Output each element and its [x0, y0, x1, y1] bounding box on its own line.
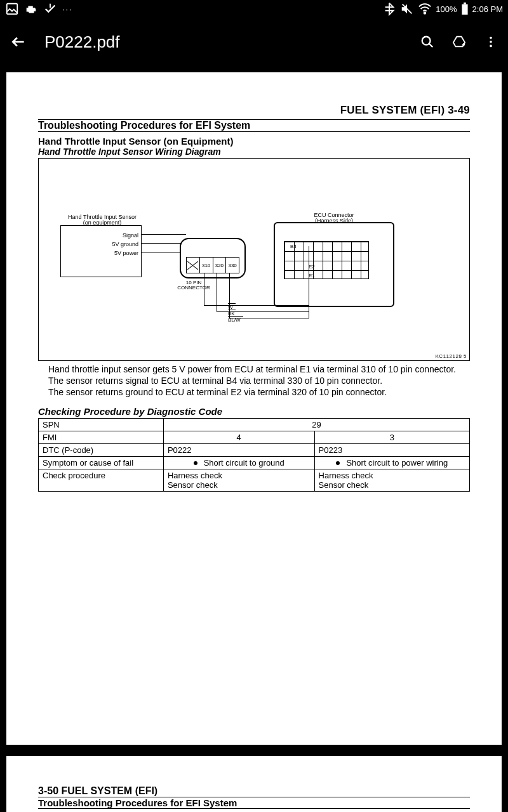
svg-rect-3 — [462, 4, 467, 15]
mute-icon — [400, 2, 414, 16]
check-procedure-title: Checking Procedure by Diagnostic Code — [38, 406, 470, 417]
check-icon — [43, 2, 57, 16]
table-row: SPN 29 — [39, 418, 470, 431]
app-title: P0222.pdf — [44, 32, 120, 52]
svg-point-6 — [490, 37, 492, 39]
svg-point-2 — [424, 12, 426, 14]
svg-rect-4 — [464, 3, 466, 4]
search-icon[interactable] — [420, 35, 434, 49]
drive-add-icon[interactable] — [452, 35, 466, 49]
wiring-diagram: Hand Throttle Input Sensor (on equipment… — [38, 158, 470, 361]
subtitle: Hand Throttle Input Sensor (on Equipment… — [38, 136, 470, 147]
bluetooth-icon — [382, 2, 396, 16]
section-title: Troubleshooting Procedures for EFI Syste… — [38, 120, 470, 131]
sensor-box: Signal 5V ground 5V power — [60, 225, 142, 277]
svg-point-8 — [490, 45, 492, 48]
table-row: Check procedure Harness check Sensor che… — [39, 469, 470, 491]
more-dots: ··· — [62, 4, 73, 14]
wifi-icon — [418, 2, 432, 16]
status-bar: ··· 100% 2:06 PM — [0, 0, 508, 18]
table-row: DTC (P-code) P0222 P0223 — [39, 443, 470, 456]
clock-text: 2:06 PM — [472, 4, 503, 14]
ecu-grid — [284, 241, 369, 279]
page2-header: 3-50 FUEL SYSTEM (EFI) — [38, 785, 470, 797]
pdf-viewport[interactable]: FUEL SYSTEM (EFI) 3-49 Troubleshooting P… — [0, 66, 508, 812]
page-header: FUEL SYSTEM (EFI) 3-49 — [38, 104, 470, 117]
svg-point-7 — [490, 41, 492, 43]
table-row: FMI 4 3 — [39, 431, 470, 443]
more-vert-icon[interactable] — [484, 35, 498, 49]
svg-rect-0 — [7, 4, 18, 15]
pdf-page-1: FUEL SYSTEM (EFI) 3-49 Troubleshooting P… — [6, 72, 502, 745]
battery-text: 100% — [436, 4, 457, 14]
battery-icon — [461, 2, 469, 16]
subtitle-diagram: Hand Throttle Input Sensor Wiring Diagra… — [38, 147, 470, 157]
table-row: Symptom or cause of fail Short circuit t… — [39, 456, 470, 469]
diagnostic-table: SPN 29 FMI 4 3 DTC (P-code) P0222 P0223 … — [38, 418, 470, 492]
page2-section: Troubleshooting Procedures for EFI Syste… — [38, 797, 470, 808]
pdf-page-2: 3-50 FUEL SYSTEM (EFI) Troubleshooting P… — [6, 756, 502, 812]
back-icon[interactable] — [10, 34, 27, 50]
diagram-ref: KC112128 5 — [436, 353, 467, 359]
image-icon — [5, 2, 19, 16]
engine-icon — [24, 2, 38, 16]
conn10-label: 10 PIN CONNECTOR — [176, 280, 211, 291]
app-bar: P0222.pdf — [0, 18, 508, 66]
description: Hand throttle input sensor gets 5 V powe… — [38, 363, 470, 398]
svg-point-5 — [422, 37, 431, 45]
